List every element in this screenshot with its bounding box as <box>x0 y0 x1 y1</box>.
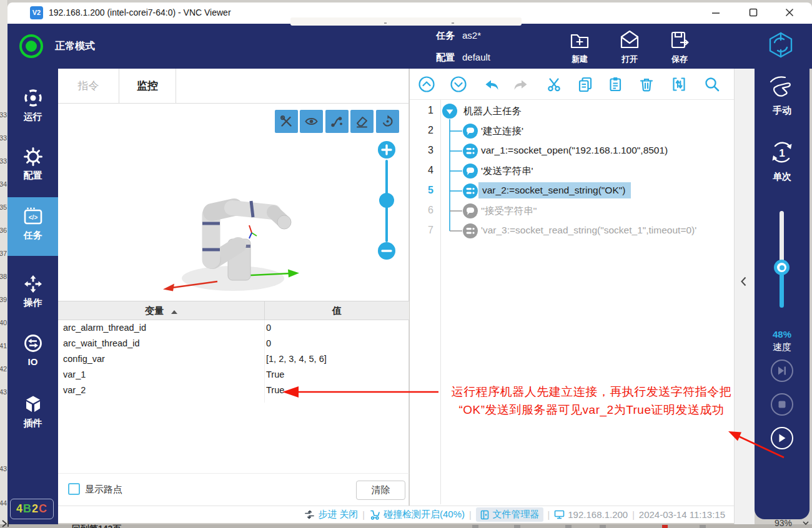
move-down-button[interactable] <box>448 74 469 95</box>
delete-button[interactable] <box>636 74 657 95</box>
file-manager-button[interactable]: 文件管理器 <box>476 507 543 522</box>
eraser-icon <box>355 114 369 129</box>
skip-icon <box>776 365 788 376</box>
maximize-icon <box>749 8 758 17</box>
manual-mode-button[interactable]: 手动 <box>755 74 810 124</box>
tab-monitor[interactable]: 监控 <box>119 69 176 103</box>
sidebar-item-run[interactable]: 运行 <box>7 87 58 129</box>
sort-caret-icon <box>171 310 177 314</box>
step-over-button[interactable] <box>771 359 793 382</box>
collapse-panel-handle[interactable] <box>736 273 752 290</box>
zoom-out-button[interactable] <box>378 242 395 260</box>
panel-footer-divider <box>58 473 409 474</box>
artifact-chevron-down <box>802 520 810 526</box>
search-button[interactable] <box>701 74 723 95</box>
show-waypoints-checkbox[interactable] <box>68 483 80 495</box>
trash-icon <box>637 75 656 94</box>
collision-detect-status[interactable]: 碰撞检测开启(40%) <box>369 509 465 521</box>
code-line-comment[interactable]: 2 '建立连接' <box>410 121 734 141</box>
connection-status: 192.168.1.200 <box>554 509 628 520</box>
sidebar-item-plugin[interactable]: 插件 <box>7 394 58 435</box>
move-up-button[interactable] <box>416 74 437 95</box>
code-line-comment-disabled[interactable]: 6 ''接受字符串'' <box>410 201 734 221</box>
circle-up-icon <box>417 75 436 94</box>
sidebar-item-operate[interactable]: 操作 <box>7 273 58 315</box>
code-line-assign-disabled[interactable]: 7 'var_3:=socket_read_string("socket_1",… <box>410 221 734 241</box>
circle-down-icon <box>449 75 468 94</box>
variable-value: True <box>266 385 284 395</box>
table-row[interactable]: var_2 True <box>58 383 409 398</box>
sidebar-item-config[interactable]: 配置 <box>7 146 58 187</box>
artifact-line-number: 43 <box>0 465 7 472</box>
new-task-button[interactable]: 新建 <box>561 27 598 66</box>
single-run-button[interactable]: 1 单次 <box>755 139 810 192</box>
code-line-comment[interactable]: 4 '发送字符串' <box>410 161 734 181</box>
code-line-root[interactable]: 1 机器人主任务 <box>410 101 734 121</box>
code-toolbar <box>410 69 734 100</box>
column-header-value: 值 <box>265 301 409 320</box>
screen: { "window": { "title": "192.168.1.200 (i… <box>0 0 812 528</box>
column-header-variable[interactable]: 变量 <box>58 301 264 320</box>
table-row[interactable]: var_1 True <box>58 367 409 383</box>
clear-button[interactable]: 清除 <box>356 481 405 500</box>
window-title: 192.168.1.200 (intel-corei7-64:0) - VNC … <box>49 7 231 17</box>
code-text-selected: var_2:=socket_send_string("OK") <box>478 182 631 198</box>
artifact-line-number: 39 <box>0 296 7 303</box>
line-number: 7 <box>410 225 433 236</box>
speed-slider-track-upper[interactable] <box>780 211 784 267</box>
zoom-slider-handle[interactable] <box>379 193 394 208</box>
variable-name: arc_alarm_thread_id <box>63 323 146 333</box>
sidebar-item-task[interactable]: </> 任务 <box>7 206 58 247</box>
collapse-node-icon[interactable] <box>442 103 458 119</box>
artifact-line-number: 44 <box>0 499 7 507</box>
copy-button[interactable] <box>575 74 596 95</box>
stop-button[interactable] <box>771 393 793 416</box>
view-tools-button[interactable] <box>275 110 298 133</box>
code-line-assign-selected[interactable]: 5 var_2:=socket_send_string("OK") <box>410 181 734 201</box>
play-button[interactable] <box>771 427 793 449</box>
minimize-button[interactable] <box>703 4 728 22</box>
table-row[interactable]: arc_alarm_thread_id 0 <box>58 320 409 336</box>
collision-icon <box>369 509 380 521</box>
code-line-assign[interactable]: 3 var_1:=socket_open("192.168.1.100",850… <box>410 141 734 161</box>
maximize-button[interactable] <box>741 4 766 22</box>
robot-3d-viewport[interactable] <box>58 104 408 300</box>
hand-icon <box>768 74 796 101</box>
table-row[interactable]: config_var [1, 2, 3, 4, 5, 6] <box>58 351 409 367</box>
line-number: 5 <box>410 185 433 196</box>
view-path-button[interactable] <box>325 110 349 133</box>
view-rotate-button[interactable] <box>376 110 399 133</box>
close-button[interactable] <box>777 4 802 22</box>
replace-button[interactable] <box>668 74 690 95</box>
save-task-button[interactable]: 保存 <box>661 27 698 66</box>
redo-button[interactable] <box>510 74 532 95</box>
variable-value: 0 <box>266 323 271 333</box>
artifact-icon-fragment <box>600 525 606 528</box>
speed-slider-handle[interactable] <box>774 260 790 275</box>
single-cycle-icon: 1 <box>768 139 796 166</box>
view-visibility-button[interactable] <box>300 110 323 133</box>
cut-button[interactable] <box>543 74 565 95</box>
artifact-line-number: 42 <box>0 365 7 373</box>
eye-icon <box>304 114 319 129</box>
status-separator: | <box>362 510 365 520</box>
artifact-icon-fragment <box>700 525 706 528</box>
sidebar-item-io[interactable]: IO <box>7 333 58 374</box>
task-value: as2* <box>462 30 481 41</box>
status-separator: | <box>548 510 550 520</box>
view-eraser-button[interactable] <box>350 110 374 133</box>
minus-icon <box>378 242 395 260</box>
table-row[interactable]: arc_wait_thread_id 0 <box>58 336 409 351</box>
open-task-button[interactable]: 打开 <box>611 27 648 66</box>
step-mode-icon <box>304 509 315 520</box>
paste-button[interactable] <box>605 74 626 95</box>
variable-value: True <box>266 369 284 379</box>
step-mode-status[interactable]: 步进 关闭 <box>304 509 358 521</box>
io-arrows-icon <box>22 333 44 354</box>
assignment-icon <box>462 223 478 239</box>
move-arrows-icon <box>22 273 44 295</box>
chevron-left-icon <box>736 273 752 290</box>
tab-instruction[interactable]: 指令 <box>58 69 119 103</box>
undo-button[interactable] <box>481 74 502 95</box>
zoom-in-button[interactable] <box>378 141 395 159</box>
